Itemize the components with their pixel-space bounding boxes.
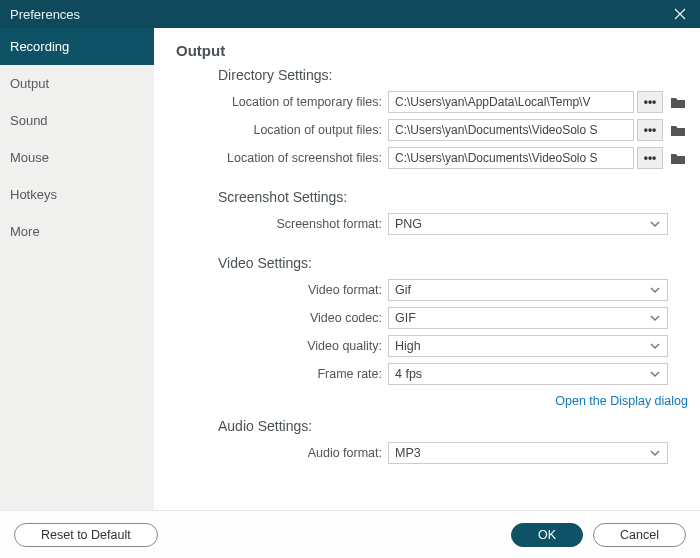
row-audio-format: Audio format: MP3 <box>176 440 690 466</box>
chevron-down-icon <box>649 283 661 297</box>
section-directory-title: Directory Settings: <box>218 67 690 83</box>
select-frame-rate[interactable]: 4 fps <box>388 363 668 385</box>
sidebar-item-more[interactable]: More <box>0 213 154 250</box>
select-value: Gif <box>395 283 411 297</box>
row-video-format: Video format: Gif <box>176 277 690 303</box>
row-video-codec: Video codec: GIF <box>176 305 690 331</box>
close-icon[interactable] <box>670 4 690 24</box>
row-output-path: Location of output files: C:\Users\yan\D… <box>176 117 690 143</box>
browse-output-button[interactable]: ••• <box>637 119 663 141</box>
row-screenshot-format: Screenshot format: PNG <box>176 211 690 237</box>
browse-screenshot-button[interactable]: ••• <box>637 147 663 169</box>
chevron-down-icon <box>649 367 661 381</box>
label-temp-path: Location of temporary files: <box>176 95 388 109</box>
label-output-path: Location of output files: <box>176 123 388 137</box>
open-output-folder-icon[interactable] <box>666 119 690 141</box>
display-dialog-row: Open the Display dialog <box>176 393 690 408</box>
section-audio-title: Audio Settings: <box>218 418 690 434</box>
chevron-down-icon <box>649 446 661 460</box>
body: Recording Output Sound Mouse Hotkeys Mor… <box>0 28 700 510</box>
select-video-quality[interactable]: High <box>388 335 668 357</box>
input-screenshot-path[interactable]: C:\Users\yan\Documents\VideoSolo S <box>388 147 634 169</box>
select-video-codec[interactable]: GIF <box>388 307 668 329</box>
sidebar-item-label: Recording <box>10 39 69 54</box>
chevron-down-icon <box>649 339 661 353</box>
select-value: MP3 <box>395 446 421 460</box>
row-video-quality: Video quality: High <box>176 333 690 359</box>
chevron-down-icon <box>649 217 661 231</box>
titlebar: Preferences <box>0 0 700 28</box>
open-display-dialog-link[interactable]: Open the Display dialog <box>555 394 688 408</box>
input-temp-path[interactable]: C:\Users\yan\AppData\Local\Temp\V <box>388 91 634 113</box>
row-screenshot-path: Location of screenshot files: C:\Users\y… <box>176 145 690 171</box>
chevron-down-icon <box>649 311 661 325</box>
select-value: High <box>395 339 421 353</box>
row-temp-path: Location of temporary files: C:\Users\ya… <box>176 89 690 115</box>
label-video-codec: Video codec: <box>176 311 388 325</box>
sidebar-item-label: Hotkeys <box>10 187 57 202</box>
label-screenshot-format: Screenshot format: <box>176 217 388 231</box>
select-video-format[interactable]: Gif <box>388 279 668 301</box>
label-frame-rate: Frame rate: <box>176 367 388 381</box>
browse-temp-button[interactable]: ••• <box>637 91 663 113</box>
sidebar-item-label: More <box>10 224 40 239</box>
preferences-window: Preferences Recording Output Sound Mouse… <box>0 0 700 558</box>
select-audio-format[interactable]: MP3 <box>388 442 668 464</box>
sidebar-item-hotkeys[interactable]: Hotkeys <box>0 176 154 213</box>
section-screenshot-title: Screenshot Settings: <box>218 189 690 205</box>
sidebar-item-label: Mouse <box>10 150 49 165</box>
ok-button[interactable]: OK <box>511 523 583 547</box>
row-frame-rate: Frame rate: 4 fps <box>176 361 690 387</box>
select-value: 4 fps <box>395 367 422 381</box>
window-title: Preferences <box>10 7 80 22</box>
sidebar-item-sound[interactable]: Sound <box>0 102 154 139</box>
sidebar-item-recording[interactable]: Recording <box>0 28 154 65</box>
sidebar-item-label: Output <box>10 76 49 91</box>
section-video-title: Video Settings: <box>218 255 690 271</box>
select-screenshot-format[interactable]: PNG <box>388 213 668 235</box>
label-video-quality: Video quality: <box>176 339 388 353</box>
sidebar-item-output[interactable]: Output <box>0 65 154 102</box>
reset-to-default-button[interactable]: Reset to Default <box>14 523 158 547</box>
main-panel: Output Directory Settings: Location of t… <box>154 28 700 510</box>
label-video-format: Video format: <box>176 283 388 297</box>
sidebar: Recording Output Sound Mouse Hotkeys Mor… <box>0 28 154 510</box>
footer: Reset to Default OK Cancel <box>0 510 700 558</box>
sidebar-item-label: Sound <box>10 113 48 128</box>
page-title: Output <box>176 42 690 59</box>
label-screenshot-path: Location of screenshot files: <box>176 151 388 165</box>
open-screenshot-folder-icon[interactable] <box>666 147 690 169</box>
cancel-button[interactable]: Cancel <box>593 523 686 547</box>
sidebar-item-mouse[interactable]: Mouse <box>0 139 154 176</box>
select-value: PNG <box>395 217 422 231</box>
input-output-path[interactable]: C:\Users\yan\Documents\VideoSolo S <box>388 119 634 141</box>
open-temp-folder-icon[interactable] <box>666 91 690 113</box>
select-value: GIF <box>395 311 416 325</box>
label-audio-format: Audio format: <box>176 446 388 460</box>
